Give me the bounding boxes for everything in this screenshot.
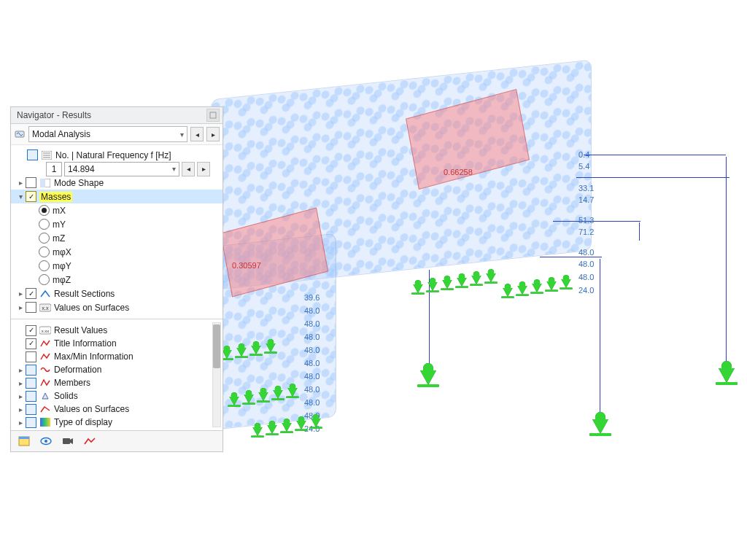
chevron-down-icon: ▾ — [172, 165, 176, 173]
nav-views-button[interactable] — [59, 433, 77, 449]
mass-mphx-radio[interactable] — [39, 246, 50, 257]
expander-icon[interactable]: ▸ — [15, 303, 26, 311]
solids-checkbox[interactable] — [26, 391, 36, 402]
support-icon — [420, 370, 436, 385]
display-options-list: x.xx Result Values Title Information Max… — [11, 319, 222, 430]
prev-analysis-button[interactable]: ◂ — [190, 127, 204, 141]
title-info-checkbox[interactable] — [26, 338, 36, 349]
members-row[interactable]: ▸ Members — [11, 376, 222, 389]
values-on-surfaces-row[interactable]: ▸ x.x Values on Surfaces — [11, 300, 222, 314]
member-line — [600, 259, 600, 412]
mass-mphy-row[interactable]: mφY — [11, 259, 222, 273]
panel-title: Navigator - Results — [17, 110, 91, 120]
masses-row[interactable]: ▾ Masses — [11, 190, 222, 203]
panel-bottom-toolbar — [11, 430, 222, 451]
frequency-selector-row: 1 14.894 ▾ ◂ ▸ — [11, 162, 222, 176]
frequency-combo[interactable]: 14.894 ▾ — [64, 162, 179, 176]
list-icon — [41, 150, 53, 160]
mass-my-row[interactable]: mY — [11, 217, 222, 231]
nav-results-button[interactable] — [81, 433, 98, 449]
result-sections-row[interactable]: ▸ Result Sections — [11, 287, 222, 300]
deformation-checkbox[interactable] — [26, 365, 36, 376]
result-sections-checkbox[interactable] — [26, 288, 36, 299]
prev-mode-button[interactable]: ◂ — [182, 162, 195, 176]
panel-close-button[interactable] — [206, 109, 220, 122]
scrollbar[interactable] — [212, 322, 221, 427]
svg-rect-15 — [19, 437, 29, 439]
expander-icon[interactable]: ▸ — [15, 392, 26, 400]
panel-titlebar[interactable]: Navigator - Results — [11, 107, 222, 124]
surface-values-icon — [39, 404, 51, 414]
scrollbar-thumb[interactable] — [213, 324, 220, 368]
mass-mx-radio[interactable] — [39, 205, 50, 216]
nav-display-button[interactable] — [37, 433, 55, 449]
type-display-label: Type of display — [54, 417, 112, 427]
node-value: 48.0 — [578, 273, 594, 281]
xx-icon: x.x — [39, 303, 51, 313]
result-sections-label: Result Sections — [54, 289, 115, 299]
nav-data-button[interactable] — [15, 433, 33, 449]
expander-icon[interactable]: ▸ — [15, 419, 26, 427]
mass-mphx-row[interactable]: mφX — [11, 245, 222, 259]
mode-no-field[interactable]: 1 — [46, 162, 62, 176]
result-values-label: Result Values — [54, 325, 107, 335]
svg-marker-12 — [42, 393, 48, 399]
members-checkbox[interactable] — [26, 378, 36, 389]
chevron-down-icon: ▾ — [180, 131, 184, 139]
expander-icon[interactable]: ▸ — [15, 366, 26, 374]
palette-icon — [39, 417, 51, 427]
member-line — [639, 222, 640, 241]
values-surfaces-lower-checkbox[interactable] — [26, 404, 36, 415]
support-icon — [592, 419, 608, 434]
deformation-row[interactable]: ▸ Deformation — [11, 363, 222, 376]
mode-shape-checkbox[interactable] — [26, 177, 36, 188]
mass-my-label: mY — [53, 219, 66, 230]
analysis-type-row: Modal Analysis ▾ ◂ ▸ — [11, 124, 222, 145]
mass-my-radio[interactable] — [39, 219, 50, 230]
solids-row[interactable]: ▸ Solids — [11, 389, 222, 402]
mass-mphz-row[interactable]: mφZ — [11, 273, 222, 287]
solids-icon — [39, 391, 51, 401]
node-value: 24.0 — [578, 286, 594, 295]
expander-icon[interactable]: ▸ — [15, 379, 26, 387]
expander-icon[interactable]: ▸ — [15, 179, 26, 187]
next-analysis-button[interactable]: ▸ — [206, 127, 220, 141]
mass-mx-row[interactable]: mX — [11, 203, 222, 217]
values-surfaces-checkbox[interactable] — [26, 302, 36, 313]
mass-mz-row[interactable]: mZ — [11, 231, 222, 245]
title-info-label: Title Information — [54, 338, 117, 349]
member-line — [540, 257, 602, 257]
result-values-row[interactable]: x.xx Result Values — [11, 324, 222, 337]
close-icon — [209, 112, 217, 119]
expander-icon[interactable]: ▸ — [15, 289, 26, 298]
next-mode-button[interactable]: ▸ — [197, 162, 210, 176]
mass-mx-label: mX — [53, 206, 66, 216]
show-frequency-checkbox[interactable] — [27, 149, 38, 160]
nav-data-icon — [18, 436, 30, 446]
mode-shape-row[interactable]: ▸ Mode Shape — [11, 176, 222, 190]
type-of-display-row[interactable]: ▸ Type of display — [11, 416, 222, 429]
expander-icon[interactable]: ▾ — [15, 192, 26, 201]
expander-icon[interactable]: ▸ — [15, 405, 26, 413]
xxx-icon: x.xx — [39, 325, 51, 335]
deformation-label: Deformation — [54, 365, 101, 375]
node-value: 48.0 — [578, 260, 594, 268]
values-on-surfaces-lower-row[interactable]: ▸ Values on Surfaces — [11, 402, 222, 416]
mass-mphx-label: mφX — [53, 247, 71, 257]
deformation-icon — [39, 365, 51, 375]
type-display-checkbox[interactable] — [26, 417, 36, 428]
result-values-checkbox[interactable] — [26, 325, 36, 336]
navigator-results-panel: Navigator - Results Modal Analysis ▾ ◂ ▸… — [10, 106, 223, 452]
mass-mz-radio[interactable] — [39, 233, 50, 244]
member-line — [576, 177, 729, 178]
title-info-row[interactable]: Title Information — [11, 337, 222, 350]
mass-mphy-radio[interactable] — [39, 260, 50, 271]
maxmin-checkbox[interactable] — [26, 351, 36, 362]
maxmin-row[interactable]: Max/Min Information — [11, 350, 222, 363]
support-icon — [719, 368, 735, 383]
title-icon — [39, 338, 51, 349]
masses-checkbox[interactable] — [26, 191, 36, 202]
mass-mphz-radio[interactable] — [39, 274, 50, 285]
analysis-icon — [14, 128, 26, 140]
analysis-type-combo[interactable]: Modal Analysis ▾ — [28, 126, 187, 142]
